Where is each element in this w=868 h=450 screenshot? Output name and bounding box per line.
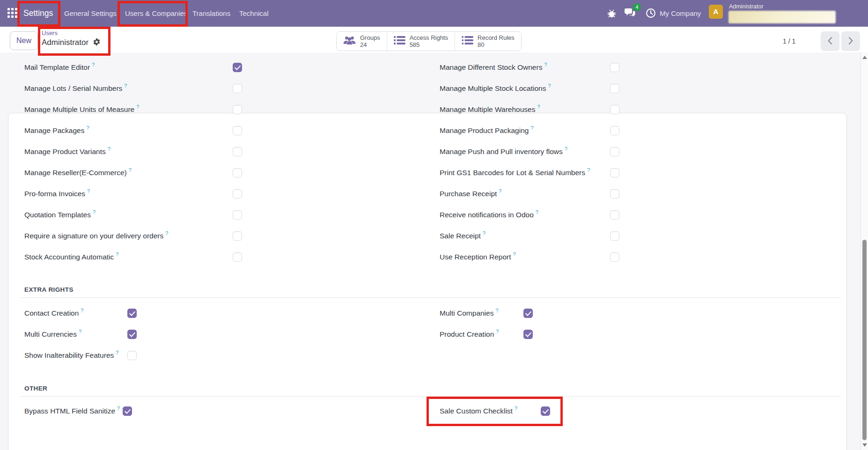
setting-label[interactable]: Manage Multiple Warehouses? [440,105,540,114]
help-question-icon[interactable]: ? [165,230,168,236]
company-switcher[interactable]: My Company [660,0,701,27]
help-question-icon[interactable]: ? [587,167,590,173]
setting-checkbox[interactable] [523,330,533,339]
help-question-icon[interactable]: ? [116,350,118,355]
setting-checkbox[interactable] [610,147,619,156]
setting-label[interactable]: Product Creation? [440,330,499,339]
setting-label[interactable]: Mail Template Editor? [24,63,95,72]
setting-label[interactable]: Show Inalterability Features? [24,351,118,360]
help-question-icon[interactable]: ? [513,251,516,257]
pager-next-button[interactable] [841,31,860,51]
setting-checkbox[interactable] [541,406,550,416]
help-question-icon[interactable]: ? [93,209,96,215]
menu-general-settings[interactable]: General Settings [64,0,117,27]
stat-button-access-rights[interactable]: Access Rights 585 [387,32,455,51]
menu-translations[interactable]: Translations [192,0,230,27]
setting-label[interactable]: Quotation Templates? [24,211,96,219]
setting-checkbox[interactable] [610,168,619,177]
setting-label[interactable]: Manage Lots / Serial Numbers? [24,84,127,93]
user-avatar[interactable]: A [709,5,723,19]
setting-label[interactable]: Manage Multiple Stock Locations? [440,84,551,93]
setting-label[interactable]: Manage Product Packaging? [440,126,534,135]
setting-label[interactable]: Receive notifications in Odoo? [440,211,538,219]
setting-label[interactable]: Print GS1 Barcodes for Lot & Serial Numb… [440,169,590,177]
setting-checkbox[interactable] [610,105,619,114]
scrollbar-down-arrow[interactable] [862,443,867,447]
menu-technical[interactable]: Technical [239,0,269,27]
help-question-icon[interactable]: ? [129,167,132,173]
help-question-icon[interactable]: ? [537,104,540,110]
bug-icon[interactable] [607,8,617,20]
setting-checkbox[interactable] [233,168,242,177]
setting-label[interactable]: Manage Packages? [24,126,89,135]
setting-label[interactable]: Multi Companies? [440,309,499,317]
setting-checkbox[interactable] [523,309,533,318]
setting-label[interactable]: Use Reception Report? [440,253,516,261]
help-question-icon[interactable]: ? [108,146,110,152]
help-question-icon[interactable]: ? [565,146,567,152]
setting-checkbox[interactable] [127,330,137,339]
setting-label[interactable]: Sale Receipt? [440,232,485,240]
setting-checkbox[interactable] [127,351,137,360]
pager-previous-button[interactable] [821,31,839,51]
new-button[interactable]: New [10,31,38,50]
setting-label[interactable]: Manage Reseller(E-Commerce)? [24,169,132,177]
menu-users-companies[interactable]: Users & Companies [125,0,187,27]
help-question-icon[interactable]: ? [79,329,81,334]
help-question-icon[interactable]: ? [81,308,83,313]
setting-label[interactable]: Require a signature on your delivery ord… [24,232,168,240]
setting-checkbox[interactable] [123,406,132,416]
setting-checkbox[interactable] [610,84,619,93]
help-question-icon[interactable]: ? [124,83,127,89]
setting-checkbox[interactable] [233,63,242,72]
setting-checkbox[interactable] [610,126,619,135]
help-question-icon[interactable]: ? [530,125,533,131]
setting-checkbox[interactable] [233,105,242,114]
setting-checkbox[interactable] [610,189,619,199]
help-question-icon[interactable]: ? [92,62,95,67]
setting-label[interactable]: Contact Creation? [24,309,83,317]
help-question-icon[interactable]: ? [87,188,90,194]
help-question-icon[interactable]: ? [544,62,547,67]
apps-menu-icon[interactable] [7,8,17,18]
stat-button-record-rules[interactable]: Record Rules 80 [455,32,521,51]
app-name[interactable]: Settings [23,0,53,27]
setting-checkbox[interactable] [233,189,242,199]
help-question-icon[interactable]: ? [515,406,517,411]
activities-clock-icon[interactable] [646,8,656,20]
setting-checkbox[interactable] [233,231,242,241]
setting-checkbox[interactable] [233,210,242,220]
help-question-icon[interactable]: ? [116,251,118,257]
setting-label[interactable]: Manage Push and Pull inventory flows? [440,148,567,156]
setting-checkbox[interactable] [610,63,619,72]
setting-checkbox[interactable] [610,231,619,241]
help-question-icon[interactable]: ? [496,329,499,334]
vertical-scrollbar[interactable] [861,52,868,450]
setting-label[interactable]: Multi Currencies? [24,330,81,339]
setting-label[interactable]: Sale Custom Checklist? [440,407,517,415]
setting-label[interactable]: Purchase Receipt? [440,190,501,198]
help-question-icon[interactable]: ? [136,104,139,110]
help-question-icon[interactable]: ? [548,83,551,89]
setting-checkbox[interactable] [610,252,619,262]
help-question-icon[interactable]: ? [86,125,89,131]
help-question-icon[interactable]: ? [536,209,538,215]
help-question-icon[interactable]: ? [483,230,485,236]
help-question-icon[interactable]: ? [117,406,120,411]
setting-label[interactable]: Bypass HTML Field Sanitize? [24,407,120,415]
setting-label[interactable]: Stock Accounting Automatic? [24,253,118,261]
setting-checkbox[interactable] [610,210,619,220]
stat-button-groups[interactable]: Groups 24 [337,32,387,51]
help-question-icon[interactable]: ? [495,308,498,313]
help-question-icon[interactable]: ? [499,188,501,194]
breadcrumb-users-link[interactable]: Users [42,30,101,37]
scrollbar-thumb[interactable] [862,240,867,440]
setting-checkbox[interactable] [127,309,137,318]
setting-label[interactable]: Manage Multiple Units of Measure? [24,105,139,114]
scrollbar-up-arrow[interactable] [862,56,867,59]
setting-label[interactable]: Manage Different Stock Owners? [440,63,547,72]
user-menu-name[interactable]: Administrator [729,3,764,10]
setting-label[interactable]: Pro-forma Invoices? [24,190,90,198]
gear-icon[interactable] [93,38,101,48]
setting-checkbox[interactable] [233,84,242,93]
